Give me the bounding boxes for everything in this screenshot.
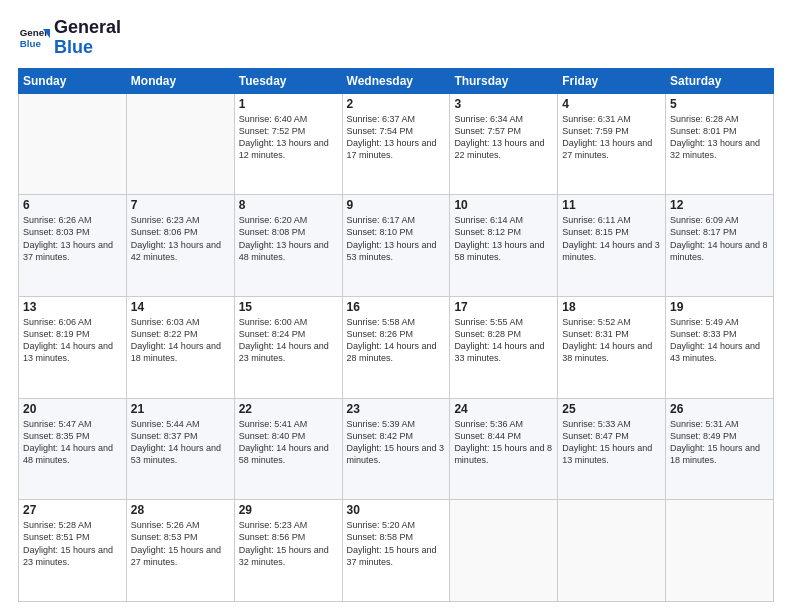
day-info: Sunrise: 5:28 AMSunset: 8:51 PMDaylight:…	[23, 519, 122, 568]
day-number: 12	[670, 198, 769, 212]
svg-text:Blue: Blue	[20, 38, 42, 49]
day-number: 1	[239, 97, 338, 111]
calendar-cell: 5Sunrise: 6:28 AMSunset: 8:01 PMDaylight…	[666, 93, 774, 195]
day-info: Sunrise: 5:47 AMSunset: 8:35 PMDaylight:…	[23, 418, 122, 467]
calendar-cell	[450, 500, 558, 602]
calendar-cell: 30Sunrise: 5:20 AMSunset: 8:58 PMDayligh…	[342, 500, 450, 602]
day-number: 7	[131, 198, 230, 212]
calendar-cell: 16Sunrise: 5:58 AMSunset: 8:26 PMDayligh…	[342, 296, 450, 398]
day-info: Sunrise: 5:41 AMSunset: 8:40 PMDaylight:…	[239, 418, 338, 467]
day-number: 17	[454, 300, 553, 314]
logo-text: General Blue	[54, 18, 121, 58]
calendar-cell: 19Sunrise: 5:49 AMSunset: 8:33 PMDayligh…	[666, 296, 774, 398]
calendar-cell: 18Sunrise: 5:52 AMSunset: 8:31 PMDayligh…	[558, 296, 666, 398]
day-number: 29	[239, 503, 338, 517]
day-number: 2	[347, 97, 446, 111]
calendar-cell: 9Sunrise: 6:17 AMSunset: 8:10 PMDaylight…	[342, 195, 450, 297]
day-number: 4	[562, 97, 661, 111]
day-info: Sunrise: 6:00 AMSunset: 8:24 PMDaylight:…	[239, 316, 338, 365]
calendar-day-header: Sunday	[19, 68, 127, 93]
calendar-cell	[666, 500, 774, 602]
calendar-cell: 17Sunrise: 5:55 AMSunset: 8:28 PMDayligh…	[450, 296, 558, 398]
calendar-day-header: Wednesday	[342, 68, 450, 93]
day-info: Sunrise: 5:23 AMSunset: 8:56 PMDaylight:…	[239, 519, 338, 568]
day-number: 19	[670, 300, 769, 314]
calendar-cell: 21Sunrise: 5:44 AMSunset: 8:37 PMDayligh…	[126, 398, 234, 500]
calendar-day-header: Monday	[126, 68, 234, 93]
day-number: 21	[131, 402, 230, 416]
calendar-cell: 7Sunrise: 6:23 AMSunset: 8:06 PMDaylight…	[126, 195, 234, 297]
day-info: Sunrise: 5:55 AMSunset: 8:28 PMDaylight:…	[454, 316, 553, 365]
day-info: Sunrise: 6:20 AMSunset: 8:08 PMDaylight:…	[239, 214, 338, 263]
calendar-cell: 28Sunrise: 5:26 AMSunset: 8:53 PMDayligh…	[126, 500, 234, 602]
day-info: Sunrise: 5:20 AMSunset: 8:58 PMDaylight:…	[347, 519, 446, 568]
day-info: Sunrise: 6:34 AMSunset: 7:57 PMDaylight:…	[454, 113, 553, 162]
calendar-cell: 22Sunrise: 5:41 AMSunset: 8:40 PMDayligh…	[234, 398, 342, 500]
day-number: 16	[347, 300, 446, 314]
calendar-cell: 1Sunrise: 6:40 AMSunset: 7:52 PMDaylight…	[234, 93, 342, 195]
calendar-cell: 27Sunrise: 5:28 AMSunset: 8:51 PMDayligh…	[19, 500, 127, 602]
calendar-cell: 13Sunrise: 6:06 AMSunset: 8:19 PMDayligh…	[19, 296, 127, 398]
day-info: Sunrise: 5:36 AMSunset: 8:44 PMDaylight:…	[454, 418, 553, 467]
day-number: 27	[23, 503, 122, 517]
day-info: Sunrise: 6:11 AMSunset: 8:15 PMDaylight:…	[562, 214, 661, 263]
calendar-cell: 15Sunrise: 6:00 AMSunset: 8:24 PMDayligh…	[234, 296, 342, 398]
day-number: 30	[347, 503, 446, 517]
day-number: 9	[347, 198, 446, 212]
day-info: Sunrise: 5:44 AMSunset: 8:37 PMDaylight:…	[131, 418, 230, 467]
day-info: Sunrise: 6:17 AMSunset: 8:10 PMDaylight:…	[347, 214, 446, 263]
calendar-cell	[126, 93, 234, 195]
calendar-cell: 8Sunrise: 6:20 AMSunset: 8:08 PMDaylight…	[234, 195, 342, 297]
calendar-day-header: Friday	[558, 68, 666, 93]
calendar-week-row: 6Sunrise: 6:26 AMSunset: 8:03 PMDaylight…	[19, 195, 774, 297]
calendar-week-row: 27Sunrise: 5:28 AMSunset: 8:51 PMDayligh…	[19, 500, 774, 602]
day-info: Sunrise: 5:33 AMSunset: 8:47 PMDaylight:…	[562, 418, 661, 467]
day-number: 8	[239, 198, 338, 212]
calendar-cell: 6Sunrise: 6:26 AMSunset: 8:03 PMDaylight…	[19, 195, 127, 297]
day-number: 23	[347, 402, 446, 416]
calendar-cell	[19, 93, 127, 195]
day-number: 20	[23, 402, 122, 416]
calendar-cell: 2Sunrise: 6:37 AMSunset: 7:54 PMDaylight…	[342, 93, 450, 195]
calendar-cell: 14Sunrise: 6:03 AMSunset: 8:22 PMDayligh…	[126, 296, 234, 398]
logo-icon: General Blue	[18, 22, 50, 54]
day-info: Sunrise: 6:14 AMSunset: 8:12 PMDaylight:…	[454, 214, 553, 263]
day-info: Sunrise: 6:37 AMSunset: 7:54 PMDaylight:…	[347, 113, 446, 162]
day-number: 28	[131, 503, 230, 517]
day-number: 25	[562, 402, 661, 416]
day-number: 24	[454, 402, 553, 416]
calendar-cell: 23Sunrise: 5:39 AMSunset: 8:42 PMDayligh…	[342, 398, 450, 500]
calendar-cell: 4Sunrise: 6:31 AMSunset: 7:59 PMDaylight…	[558, 93, 666, 195]
day-info: Sunrise: 5:26 AMSunset: 8:53 PMDaylight:…	[131, 519, 230, 568]
day-info: Sunrise: 6:28 AMSunset: 8:01 PMDaylight:…	[670, 113, 769, 162]
day-number: 13	[23, 300, 122, 314]
day-info: Sunrise: 5:31 AMSunset: 8:49 PMDaylight:…	[670, 418, 769, 467]
calendar-header-row: SundayMondayTuesdayWednesdayThursdayFrid…	[19, 68, 774, 93]
day-number: 14	[131, 300, 230, 314]
day-number: 15	[239, 300, 338, 314]
calendar-cell: 20Sunrise: 5:47 AMSunset: 8:35 PMDayligh…	[19, 398, 127, 500]
day-info: Sunrise: 6:09 AMSunset: 8:17 PMDaylight:…	[670, 214, 769, 263]
day-number: 26	[670, 402, 769, 416]
calendar-cell: 11Sunrise: 6:11 AMSunset: 8:15 PMDayligh…	[558, 195, 666, 297]
calendar-cell: 29Sunrise: 5:23 AMSunset: 8:56 PMDayligh…	[234, 500, 342, 602]
day-info: Sunrise: 5:49 AMSunset: 8:33 PMDaylight:…	[670, 316, 769, 365]
day-number: 5	[670, 97, 769, 111]
header: General Blue General Blue	[18, 18, 774, 58]
day-info: Sunrise: 6:03 AMSunset: 8:22 PMDaylight:…	[131, 316, 230, 365]
day-number: 18	[562, 300, 661, 314]
day-info: Sunrise: 6:31 AMSunset: 7:59 PMDaylight:…	[562, 113, 661, 162]
day-number: 10	[454, 198, 553, 212]
day-number: 3	[454, 97, 553, 111]
calendar-day-header: Tuesday	[234, 68, 342, 93]
day-info: Sunrise: 5:58 AMSunset: 8:26 PMDaylight:…	[347, 316, 446, 365]
day-number: 22	[239, 402, 338, 416]
day-info: Sunrise: 5:52 AMSunset: 8:31 PMDaylight:…	[562, 316, 661, 365]
day-number: 11	[562, 198, 661, 212]
calendar-cell: 10Sunrise: 6:14 AMSunset: 8:12 PMDayligh…	[450, 195, 558, 297]
day-info: Sunrise: 6:40 AMSunset: 7:52 PMDaylight:…	[239, 113, 338, 162]
svg-text:General: General	[20, 27, 50, 38]
calendar-cell: 12Sunrise: 6:09 AMSunset: 8:17 PMDayligh…	[666, 195, 774, 297]
day-info: Sunrise: 5:39 AMSunset: 8:42 PMDaylight:…	[347, 418, 446, 467]
calendar-cell: 3Sunrise: 6:34 AMSunset: 7:57 PMDaylight…	[450, 93, 558, 195]
